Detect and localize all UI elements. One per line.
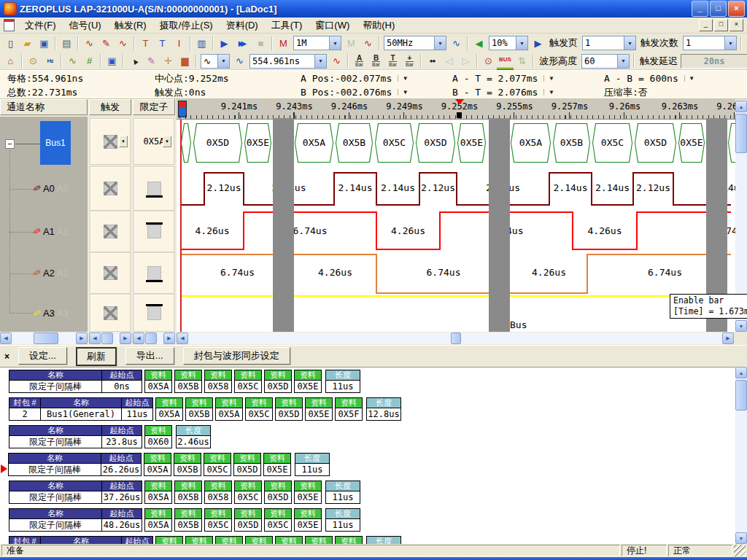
bus-trigger-cell[interactable]: ▼ xyxy=(90,118,131,165)
packet-table-1[interactable]: 封包 #2名称Bus1(General)起始点11us资料0X5A资料0X5B资… xyxy=(9,397,747,421)
scroll-left-icon[interactable]: ◀ xyxy=(89,332,101,344)
channel-item-a2[interactable]: ✎A2A2 xyxy=(33,267,69,280)
scroll-up-icon[interactable]: ▲ xyxy=(735,101,747,112)
mdi-close-button[interactable]: × xyxy=(729,19,743,31)
trigger-cell-a2[interactable] xyxy=(90,252,131,294)
mdi-minimize-button[interactable]: _ xyxy=(699,19,713,31)
resize-grip[interactable] xyxy=(734,545,746,556)
layout-icon[interactable]: ▣ xyxy=(104,53,120,69)
info-a-minus-t-dropdown-icon[interactable]: ▼ xyxy=(543,75,553,82)
trigger-cell-a1[interactable] xyxy=(90,211,131,252)
waveform-mode-combo-dropdown-icon[interactable]: ▼ xyxy=(217,55,229,68)
fit-view-icon[interactable]: ◀ xyxy=(471,36,487,51)
info-b-minus-t-dropdown-icon[interactable]: ▼ xyxy=(543,89,553,96)
column-header-channel[interactable]: 通道名称 xyxy=(0,99,88,115)
memory-depth-combo-dropdown-icon[interactable]: ▼ xyxy=(329,36,341,50)
menu-item-1[interactable]: 信号(U) xyxy=(63,18,108,33)
packet-table-3[interactable]: 名称限定子间隔棒起始点26.26us资料0X5A资料0X5B资料0X5C资料0X… xyxy=(9,453,747,476)
column-header-trigger[interactable]: 触发 xyxy=(89,99,131,115)
packet-table-0[interactable]: 名称限定子间隔棒起始点0ns资料0X5A资料0X5B资料0X58资料0X5C资料… xyxy=(9,370,747,393)
packet-table-2[interactable]: 名称限定子间隔棒起始点23.8us资料0X60长度2.46us xyxy=(9,425,747,448)
channel-item-a0[interactable]: ✎A0A0 xyxy=(33,182,69,195)
display-ratio-combo[interactable]: 10%▼ xyxy=(489,36,528,50)
scrollbar-thumb[interactable] xyxy=(34,332,58,344)
sampling-clock-icon[interactable]: ⊙ xyxy=(25,53,42,69)
scroll-down-icon[interactable]: ▼ xyxy=(735,532,747,544)
close-button[interactable]: × xyxy=(728,1,745,17)
packet-table-5[interactable]: 名称限定子间隔棒起始点48.26us资料0X5A资料0X5B资料0X5C资料0X… xyxy=(9,508,747,532)
scroll-up-icon[interactable]: ▲ xyxy=(735,367,747,378)
qualifier-cell-a3[interactable] xyxy=(133,294,174,332)
packet-list-scrollbar[interactable]: ▲ ▼ xyxy=(735,367,747,544)
scroll-right-icon[interactable]: ▶ xyxy=(76,332,88,344)
trigger-count-combo[interactable]: 1▼ xyxy=(683,36,737,50)
refresh-clock-icon[interactable]: ⊙ xyxy=(480,53,497,69)
trigger-page-combo-dropdown-icon[interactable]: ▼ xyxy=(624,36,635,50)
trigger-page-combo[interactable]: 1▼ xyxy=(582,36,636,50)
menu-item-0[interactable]: 文件(F) xyxy=(18,18,63,33)
sampling-setup-icon[interactable]: ∿ xyxy=(81,36,98,51)
qualifier-cell-a0[interactable] xyxy=(133,166,174,211)
trigger-count-combo-dropdown-icon[interactable]: ▼ xyxy=(724,36,736,50)
packet-button-3[interactable]: 封包与波形同步设定 xyxy=(183,347,290,365)
horizontal-scrollbar-3[interactable]: ◀▶ xyxy=(177,332,734,344)
memory-page-icon[interactable]: ▥ xyxy=(193,36,210,51)
trigger-range-icon[interactable]: I xyxy=(171,36,187,51)
dropdown-icon[interactable]: ▼ xyxy=(163,136,171,147)
time-division-combo-dropdown-icon[interactable]: ▼ xyxy=(314,55,326,68)
statistics-icon[interactable]: ▆ xyxy=(177,53,193,69)
pulse-trigger-icon[interactable]: ∿ xyxy=(328,53,345,69)
sampling-position-icon[interactable]: ∿ xyxy=(231,53,248,69)
horizontal-scrollbar-2[interactable]: ◀▶ xyxy=(133,332,175,344)
wave-height-combo[interactable]: 60▼ xyxy=(581,54,630,69)
bar-line[interactable] xyxy=(180,120,182,332)
scroll-right-icon[interactable]: ▶ xyxy=(163,332,175,344)
scroll-left-icon[interactable]: ◀ xyxy=(177,332,188,344)
save-icon[interactable]: ▣ xyxy=(36,36,53,51)
run-icon[interactable]: ▶ xyxy=(216,36,233,51)
scroll-right-icon[interactable]: ▶ xyxy=(722,332,734,344)
channel-item-a3[interactable]: ✎A3A3 xyxy=(33,306,69,319)
goto-trigger-icon[interactable]: ▶ xyxy=(530,36,546,51)
trigger-cell-a0[interactable] xyxy=(90,166,131,211)
trigger-edit-icon[interactable]: ✎ xyxy=(98,36,115,51)
collapse-toggle[interactable]: − xyxy=(5,139,15,149)
memory-depth-combo[interactable]: 1M▼ xyxy=(293,36,341,50)
scroll-left-icon[interactable]: ◀ xyxy=(133,332,144,344)
wave-height-combo-dropdown-icon[interactable]: ▼ xyxy=(617,55,629,68)
hand-tool-icon[interactable]: ✛ xyxy=(160,53,177,69)
bus-config-icon[interactable]: BUS xyxy=(497,52,514,70)
time-division-combo[interactable]: 554.961ns▼ xyxy=(249,54,327,69)
channel-item-a1[interactable]: ✎A1A1 xyxy=(33,225,69,238)
bus-qualifier-cell[interactable]: 0X5A▼ xyxy=(133,118,174,165)
trigger-cell-a3[interactable] xyxy=(90,294,131,332)
scrollbar-thumb[interactable] xyxy=(145,332,157,344)
trigger-content-icon[interactable]: T xyxy=(154,36,171,51)
new-document-icon[interactable]: ▯ xyxy=(2,36,19,51)
scroll-down-icon[interactable]: ▼ xyxy=(735,320,747,332)
sampling-wave-icon[interactable]: ∿ xyxy=(360,36,376,51)
menu-item-4[interactable]: 资料(D) xyxy=(220,18,265,33)
mdi-restore-button[interactable]: □ xyxy=(714,19,728,31)
trigger-properties-icon[interactable]: T xyxy=(137,36,154,51)
menu-item-6[interactable]: 窗口(W) xyxy=(309,18,356,33)
b-bar-icon[interactable]: BBar xyxy=(368,53,384,69)
packet-table-4[interactable]: 名称限定子间隔棒起始点37.26us资料0X5A资料0X5B资料0X58资料0X… xyxy=(9,481,747,504)
waveform-view-icon[interactable]: ∿ xyxy=(64,53,81,69)
dropdown-icon[interactable]: ▼ xyxy=(119,136,128,147)
add-bar-icon[interactable]: +Bar xyxy=(401,53,418,69)
waveform-area[interactable]: 9.241ms9.243ms9.246ms9.249ms9.252ms9.255… xyxy=(177,99,735,332)
menu-item-3[interactable]: 摄取/停止(S) xyxy=(153,18,220,33)
packet-button-1[interactable]: 刷新 xyxy=(76,347,117,366)
scroll-left-icon[interactable]: ◀ xyxy=(0,332,12,344)
scrollbar-thumb[interactable] xyxy=(735,380,747,411)
qualifier-cell-a2[interactable] xyxy=(133,252,174,294)
bus-property-icon[interactable]: ∿ xyxy=(115,36,131,51)
open-file-icon[interactable]: ▰ xyxy=(19,36,36,51)
print-icon[interactable]: ▤ xyxy=(58,36,75,51)
packet-button-2[interactable]: 导出... xyxy=(125,347,174,365)
repeat-run-icon[interactable]: ▶▶ xyxy=(233,36,252,51)
marker-tool-icon[interactable]: ✎ xyxy=(143,53,160,69)
packet-button-0[interactable]: 设定... xyxy=(18,347,67,365)
minimize-button[interactable]: _ xyxy=(692,1,708,17)
